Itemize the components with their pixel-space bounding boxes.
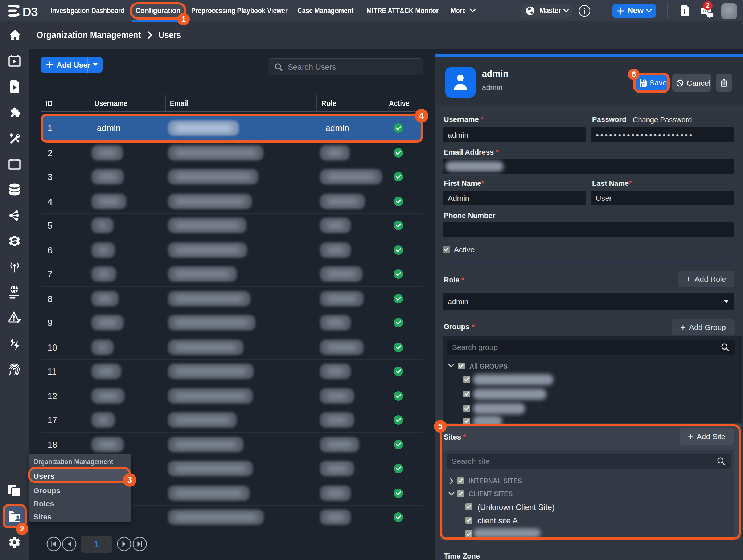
svg-text:D3: D3 xyxy=(22,5,38,18)
svg-text:API: API xyxy=(12,240,17,243)
